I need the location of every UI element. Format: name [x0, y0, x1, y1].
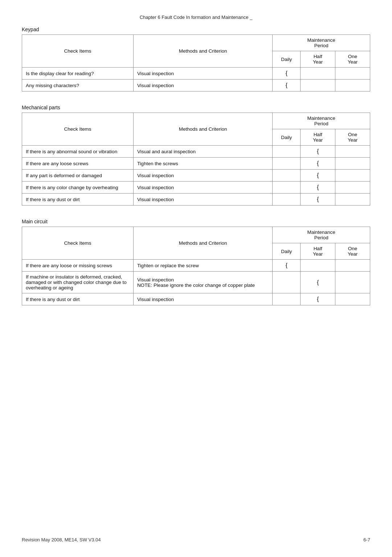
cell-half-2-2: {: [301, 293, 335, 305]
cell-half-0-0: [301, 68, 335, 80]
cell-half-2-1: {: [301, 272, 335, 293]
cell-daily-1-2: [273, 170, 301, 182]
col-header-method: Methods and Criterion: [133, 35, 273, 68]
table-row: If there is any color change by overheat…: [22, 182, 370, 194]
cell-half-2-0: [301, 260, 335, 272]
col-header-period: Maintenance Period: [273, 227, 370, 243]
col-header-period: Maintenance Period: [273, 35, 370, 51]
col-header-daily: Daily: [273, 51, 301, 68]
cell-method-2-2: Visual inspection: [133, 293, 273, 305]
cell-daily-1-0: [273, 146, 301, 158]
table-row: If any part is deformed or damagedVisual…: [22, 170, 370, 182]
cell-half-1-1: {: [301, 158, 335, 170]
table-0: Check ItemsMethods and CriterionMaintena…: [22, 34, 370, 92]
col-header-period: Maintenance Period: [273, 113, 370, 129]
table-row: If there are any loose or missing screws…: [22, 260, 370, 272]
cell-one-1-4: [335, 194, 370, 206]
table-row: Is the display clear for reading?Visual …: [22, 68, 370, 80]
page-header: Chapter 6 Fault Code In formation and Ma…: [22, 15, 370, 20]
cell-daily-2-1: [273, 272, 301, 293]
col-header-half: Half Year: [301, 129, 335, 146]
section-title-1: Mechanical parts: [22, 105, 370, 110]
cell-check-2-2: If there is any dust or dirt: [22, 293, 134, 305]
col-header-check: Check Items: [22, 113, 134, 146]
cell-daily-0-0: {: [273, 68, 301, 80]
col-header-check: Check Items: [22, 35, 134, 68]
cell-method-1-1: Tighten the screws: [133, 158, 273, 170]
footer-left: Revision May 2008, ME14, SW V3.04: [22, 537, 101, 542]
cell-method-1-2: Visual inspection: [133, 170, 273, 182]
cell-half-0-1: [301, 80, 335, 92]
col-header-daily: Daily: [273, 129, 301, 146]
table-row: If there is any abnormal sound or vibrat…: [22, 146, 370, 158]
section-2: Main circuitCheck ItemsMethods and Crite…: [22, 219, 370, 305]
col-header-daily: Daily: [273, 243, 301, 260]
cell-check-2-0: If there are any loose or missing screws: [22, 260, 134, 272]
section-title-0: Keypad: [22, 27, 370, 32]
section-0: KeypadCheck ItemsMethods and CriterionMa…: [22, 27, 370, 92]
col-header-half: Half Year: [301, 243, 335, 260]
cell-check-2-1: If machine or insulator is deformed, cra…: [22, 272, 134, 293]
table-1: Check ItemsMethods and CriterionMaintena…: [22, 113, 370, 206]
col-header-one: One Year: [335, 51, 370, 68]
cell-daily-1-3: [273, 182, 301, 194]
table-2: Check ItemsMethods and CriterionMaintena…: [22, 227, 370, 305]
cell-one-1-3: [335, 182, 370, 194]
cell-daily-2-2: [273, 293, 301, 305]
cell-check-1-1: If there are any loose screws: [22, 158, 134, 170]
cell-one-1-1: [335, 158, 370, 170]
cell-one-0-0: [335, 68, 370, 80]
cell-one-2-0: [335, 260, 370, 272]
table-row: If there is any dust or dirtVisual inspe…: [22, 194, 370, 206]
cell-method-1-4: Visual inspection: [133, 194, 273, 206]
cell-daily-2-0: {: [273, 260, 301, 272]
cell-check-0-0: Is the display clear for reading?: [22, 68, 134, 80]
cell-half-1-0: {: [301, 146, 335, 158]
cell-check-1-3: If there is any color change by overheat…: [22, 182, 134, 194]
col-header-one: One Year: [335, 243, 370, 260]
cell-method-0-0: Visual inspection: [133, 68, 273, 80]
table-row: If machine or insulator is deformed, cra…: [22, 272, 370, 293]
cell-one-2-1: [335, 272, 370, 293]
cell-one-1-0: [335, 146, 370, 158]
cell-method-2-1: Visual inspection NOTE: Please ignore th…: [133, 272, 273, 293]
cell-daily-0-1: {: [273, 80, 301, 92]
cell-method-1-3: Visual inspection: [133, 182, 273, 194]
section-1: Mechanical partsCheck ItemsMethods and C…: [22, 105, 370, 206]
cell-half-1-2: {: [301, 170, 335, 182]
cell-half-1-3: {: [301, 182, 335, 194]
table-row: If there is any dust or dirtVisual inspe…: [22, 293, 370, 305]
cell-half-1-4: {: [301, 194, 335, 206]
section-title-2: Main circuit: [22, 219, 370, 224]
col-header-half: Half Year: [301, 51, 335, 68]
col-header-method: Methods and Criterion: [133, 113, 273, 146]
cell-daily-1-4: [273, 194, 301, 206]
col-header-method: Methods and Criterion: [133, 227, 273, 260]
col-header-one: One Year: [335, 129, 370, 146]
cell-method-0-1: Visual inspection: [133, 80, 273, 92]
col-header-check: Check Items: [22, 227, 134, 260]
cell-one-1-2: [335, 170, 370, 182]
cell-check-1-0: If there is any abnormal sound or vibrat…: [22, 146, 134, 158]
cell-method-1-0: Visual and aural inspection: [133, 146, 273, 158]
cell-one-2-2: [335, 293, 370, 305]
cell-check-1-2: If any part is deformed or damaged: [22, 170, 134, 182]
cell-method-2-0: Tighten or replace the screw: [133, 260, 273, 272]
cell-check-1-4: If there is any dust or dirt: [22, 194, 134, 206]
cell-one-0-1: [335, 80, 370, 92]
table-row: If there are any loose screwsTighten the…: [22, 158, 370, 170]
cell-check-0-1: Any missing characters?: [22, 80, 134, 92]
table-row: Any missing characters?Visual inspection…: [22, 80, 370, 92]
cell-daily-1-1: [273, 158, 301, 170]
page-footer: Revision May 2008, ME14, SW V3.04 6-7: [22, 537, 370, 542]
footer-right: 6-7: [363, 537, 370, 542]
